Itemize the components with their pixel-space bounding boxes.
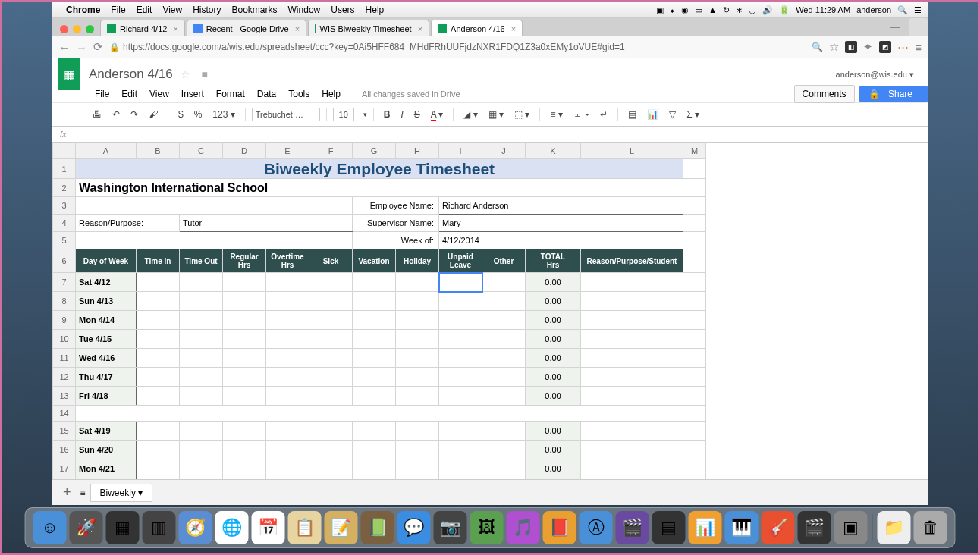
col-header[interactable]: J [482,143,526,159]
data-cell[interactable] [223,368,266,387]
data-cell[interactable] [266,441,309,459]
dock-app-icon[interactable]: 📗 [361,511,394,544]
menu-extras-icon[interactable]: ☰ [914,5,922,15]
row-header[interactable]: 17 [53,459,76,478]
row-header[interactable]: 8 [53,292,76,311]
docs-view-menu[interactable]: View [143,87,175,101]
data-cell[interactable] [396,349,439,368]
col-header[interactable]: B [137,143,180,159]
bookmark-star-icon[interactable]: ☆ [829,40,839,54]
reason-cell[interactable] [581,459,683,478]
data-cell[interactable] [223,478,266,480]
dock-app-icon[interactable]: ▣ [834,511,868,544]
display-icon[interactable]: ▭ [695,5,702,15]
data-cell[interactable] [482,330,526,349]
docs-data-menu[interactable]: Data [251,87,282,101]
docs-insert-menu[interactable]: Insert [175,87,210,101]
row-header[interactable]: 4 [53,215,76,232]
close-tab-icon[interactable]: × [418,24,422,33]
data-cell[interactable] [180,330,223,349]
percent-icon[interactable]: % [190,107,206,122]
chrome-menu-icon[interactable]: ≡ [915,41,922,54]
data-cell[interactable] [439,273,482,292]
minimize-window-button[interactable] [73,25,81,33]
col-header[interactable]: M [683,143,706,159]
sheet-title[interactable]: Biweekly Employee Timesheet [76,159,683,179]
row-header[interactable]: 10 [53,330,76,349]
data-cell[interactable] [180,441,223,459]
dock-app-icon[interactable]: 🖼 [470,511,504,544]
data-cell[interactable] [266,368,309,387]
total-cell[interactable]: 0.00 [526,441,581,459]
text-color-icon[interactable]: A ▾ [427,107,448,122]
reason-cell[interactable] [581,478,683,480]
total-cell[interactable]: 0.00 [526,330,581,349]
data-cell[interactable] [482,478,526,480]
data-cell[interactable] [137,459,180,478]
data-cell[interactable] [266,422,309,441]
data-cell[interactable] [266,273,309,292]
data-cell[interactable] [353,292,396,311]
dock-app-icon[interactable]: 🧭 [179,511,212,544]
week-of-value[interactable]: 4/12/2014 [439,232,683,249]
row-header[interactable]: 5 [53,232,76,249]
data-cell[interactable] [137,368,180,387]
day-cell[interactable]: Sat 4/19 [76,422,137,441]
share-button[interactable]: 🔒 Share [859,86,928,102]
undo-icon[interactable]: ↶ [108,107,124,122]
row-header[interactable]: 3 [53,197,76,215]
row-header[interactable]: 7 [53,273,76,292]
dock-app-icon[interactable]: ▥ [143,511,176,544]
app-name[interactable]: Chrome [66,5,100,15]
data-cell[interactable] [180,349,223,368]
row-header[interactable]: 2 [53,179,76,197]
dock-app-icon[interactable]: 🌐 [215,511,249,544]
all-sheets-icon[interactable]: ≡ [80,488,86,498]
supervisor-value[interactable]: Mary [439,215,683,232]
data-cell[interactable] [266,459,309,478]
day-cell[interactable]: Sat 4/12 [76,273,137,292]
file-menu[interactable]: File [111,5,125,15]
data-cell[interactable] [396,459,439,478]
data-cell[interactable] [482,459,526,478]
data-cell[interactable] [180,292,223,311]
reload-button[interactable]: ⟳ [93,40,103,54]
data-cell[interactable] [137,478,180,480]
data-cell[interactable] [180,478,223,480]
row-header[interactable]: 11 [53,349,76,368]
dock-app-icon[interactable]: 💬 [397,511,431,544]
font-size-select[interactable]: 10 [333,108,354,121]
spotlight-icon[interactable]: 🔍 [897,5,908,15]
data-cell[interactable] [439,459,482,478]
data-cell[interactable] [223,330,266,349]
data-cell[interactable] [439,422,482,441]
bookmarks-menu[interactable]: Bookmarks [232,5,278,15]
browser-tab[interactable]: Richard 4/12× [100,20,185,36]
data-cell[interactable] [482,311,526,330]
dock-app-icon[interactable]: 🎵 [507,511,540,544]
data-cell[interactable] [353,387,396,406]
col-header[interactable]: L [581,143,683,159]
data-cell[interactable] [266,292,309,311]
wifi-icon[interactable]: ◡ [749,5,756,15]
col-header[interactable]: H [396,143,439,159]
filter-icon[interactable]: ▽ [665,107,680,122]
reason-cell[interactable] [581,441,683,459]
data-cell[interactable] [223,387,266,406]
user-account[interactable]: anderson [856,5,891,14]
font-family-select[interactable]: Trebuchet … [252,108,320,121]
status-icon[interactable]: ▣ [656,5,664,15]
number-format[interactable]: 123 ▾ [209,107,238,122]
data-cell[interactable] [353,441,396,459]
data-cell[interactable] [482,292,526,311]
data-cell[interactable] [396,441,439,459]
reason-cell[interactable] [581,422,683,441]
col-reason[interactable]: Reason/Purpose/Student [581,249,683,273]
data-cell[interactable] [223,441,266,459]
data-cell[interactable] [309,292,353,311]
formula-bar[interactable]: fx [52,127,928,143]
dock-app-icon[interactable]: 🚀 [70,511,103,544]
day-cell[interactable]: Thu 4/17 [76,368,137,387]
data-cell[interactable] [309,459,353,478]
data-cell[interactable] [353,459,396,478]
